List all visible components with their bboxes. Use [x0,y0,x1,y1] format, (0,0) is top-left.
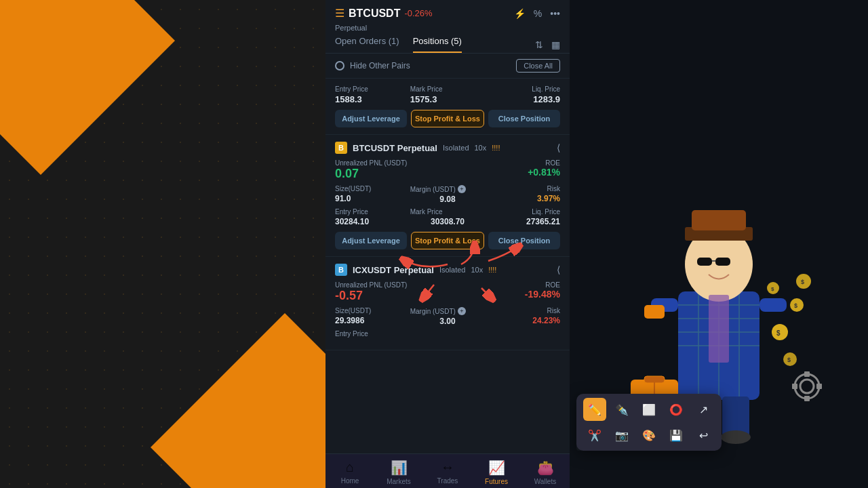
hide-pairs-label: Hide Other Pairs [350,61,410,70]
nav-home[interactable]: ⌂ Home [333,460,367,485]
size-col-3: Size(USDT) 29.3986 [335,307,410,326]
adjust-leverage-btn-1[interactable]: Adjust Leverage [335,110,407,127]
tab-positions[interactable]: Positions (5) [413,36,462,53]
rectangle-tool-btn[interactable]: ⬜ [637,398,660,421]
save-btn[interactable]: 💾 [665,424,688,447]
more-icon[interactable]: ••• [550,8,560,19]
liq-label-2: Liq. Price [485,208,560,216]
cut-tool-btn[interactable]: ✂️ [583,424,606,447]
mark-price-col-1: Mark Price 1575.3 [410,85,486,104]
pnl-row-2: Unrealized PNL (USDT) 0.07 ROE +0.81% [335,159,560,181]
wallets-label: Wallets [534,478,556,485]
position-card-1: Entry Price 1588.3 Mark Price 1575.3 Liq… [326,79,570,135]
bottom-toolbar: ⌂ Home 📊 Markets ↔ Trades 📈 Futures 👛 Wa… [326,453,570,488]
trades-label: Trades [437,477,458,485]
nav-markets[interactable]: 📊 Markets [382,460,416,485]
size-value-3: 29.3986 [335,316,410,325]
svg-rect-11 [692,210,746,230]
roe-value-2: +0.81% [528,167,560,178]
share-icon-3[interactable]: ⟨ [557,264,560,275]
svg-text:$: $ [801,279,804,285]
panel-content[interactable]: Hide Other Pairs Close All Entry Price 1… [326,54,570,453]
svg-rect-40 [804,396,810,401]
tab-open-orders[interactable]: Open Orders (1) [335,36,399,53]
margin-value-3: 3.00 [410,317,486,326]
prices-row-1: Entry Price 1588.3 Mark Price 1575.3 Liq… [335,85,560,104]
left-decorative-panel [0,0,326,488]
pos-leverage-2: 10x [475,144,487,152]
tabs-row: Open Orders (1) Positions (5) ⇅ ▦ [326,36,570,54]
margin-label-3: Margin (USDT) + [410,307,486,315]
pos-type-2: Isolated [443,144,469,152]
futures-icon: 📈 [488,460,505,476]
entry-price-value-1: 1588.3 [335,94,410,104]
pnl-label-3: Unrealized PNL (USDT) [335,281,407,289]
header-icons: ⚡ % ••• [514,8,560,19]
roe-right-3: ROE -19.48% [525,281,560,303]
orange-diamond-bottom [151,313,326,488]
liq-value-2: 27365.21 [485,217,560,226]
pos-exclaim-2: !!!! [492,144,500,152]
svg-text:$: $ [794,302,797,309]
share-icon-2[interactable]: ⟨ [557,142,560,153]
hide-pairs-radio[interactable] [335,61,344,70]
risk-col-3: Risk 24.23% [485,307,560,326]
sort-icon[interactable]: ⇅ [535,39,543,50]
tabs-right: ⇅ ▦ [535,39,560,50]
size-col-2: Size(USDT) 91.0 [335,185,410,204]
stop-profit-btn-1[interactable]: Stop Profit & Loss [411,110,484,127]
action-row-1: Adjust Leverage Stop Profit & Loss Close… [335,110,560,127]
pos-header-2: B BTCUSDT Perpetual Isolated 10x !!!! ⟨ [335,142,560,154]
screenshot-btn[interactable]: 📷 [610,424,633,447]
nav-wallets[interactable]: 👛 Wallets [528,460,562,485]
circle-tool-btn[interactable]: ⭕ [665,398,688,421]
close-position-btn-1[interactable]: Close Position [488,110,560,127]
undo-btn[interactable]: ↩ [692,424,715,447]
liq-price-value-1: 1283.9 [485,94,560,104]
roe-value-3: -19.48% [525,289,560,300]
svg-point-21 [721,430,751,444]
margin-col-2: Margin (USDT) + 9.08 [410,185,486,204]
size-label-2: Size(USDT) [335,185,410,192]
percent-icon[interactable]: % [534,8,542,19]
nav-trades[interactable]: ↔ Trades [431,460,465,485]
grid-icon[interactable]: ▦ [551,39,560,50]
hide-pairs-left: Hide Other Pairs [335,61,410,70]
close-position-btn-2[interactable]: Close Position [488,232,560,249]
position-card-2: B BTCUSDT Perpetual Isolated 10x !!!! ⟨ … [326,135,570,257]
margin-label-2: Margin (USDT) + [410,185,486,193]
size-value-2: 91.0 [335,194,410,203]
pos-logo-2: B [335,142,347,154]
adjust-leverage-btn-2[interactable]: Adjust Leverage [335,232,407,249]
stop-profit-btn-2[interactable]: Stop Profit & Loss [411,232,484,249]
entry-price-col-1: Entry Price 1588.3 [335,85,410,104]
marker-tool-btn[interactable]: ✒️ [610,398,633,421]
right-panel: BTCUSDT Perpetual Chart ✏️ ✒️ ⬜ ⭕ ↗ ✂️ 📷… [570,0,868,488]
pnl-left-3: Unrealized PNL (USDT) -0.57 [335,281,407,303]
color-picker-btn[interactable]: 🎨 [637,424,660,447]
margin-plus-icon-3[interactable]: + [458,307,466,315]
trades-icon: ↔ [441,460,454,475]
wallets-icon: 👛 [537,460,554,476]
svg-rect-39 [804,371,810,377]
stats-grid-3a: Size(USDT) 29.3986 Margin (USDT) + 3.00 … [335,307,560,326]
trading-panel: ☰ BTCUSDT -0.26% ⚡ % ••• Perpetual Open … [326,0,570,488]
stats-grid-3b: Entry Price [335,330,560,339]
liq-price-col-1: Liq. Price 1283.9 [485,85,560,104]
entry-price-label-1: Entry Price [335,85,410,93]
close-all-button[interactable]: Close All [516,59,560,73]
margin-plus-icon-2[interactable]: + [458,185,466,193]
svg-text:$: $ [771,286,774,292]
roe-label-2: ROE [528,159,560,167]
svg-rect-41 [792,384,797,389]
header-left: ☰ BTCUSDT -0.26% [335,7,433,20]
svg-rect-13 [715,258,730,266]
mark-price-label-1: Mark Price [410,85,486,93]
pen-tool-btn[interactable]: ✏️ [583,398,606,421]
candle-icon[interactable]: ⚡ [514,8,526,19]
pair-name: BTCUSDT [349,7,400,20]
nav-futures[interactable]: 📈 Futures [479,460,513,485]
arrow-tool-btn[interactable]: ↗ [692,398,715,421]
stats-grid-2a: Size(USDT) 91.0 Margin (USDT) + 9.08 Ris… [335,185,560,204]
btcusdt-icon: ☰ [335,7,344,20]
